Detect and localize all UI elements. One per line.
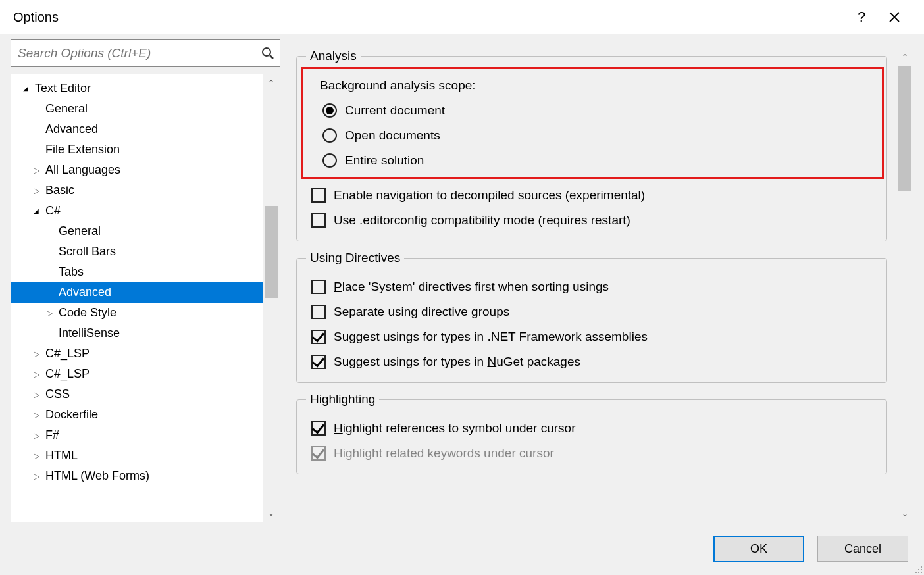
chevron-down-icon[interactable]: ⌄	[896, 505, 913, 522]
tree-item[interactable]: General	[11, 99, 280, 119]
tree-item-label: HTML	[45, 449, 78, 463]
close-button[interactable]	[878, 11, 911, 23]
checkbox-label: Suggest usings for types in NuGet packag…	[334, 355, 580, 369]
using-directives-legend: Using Directives	[306, 251, 404, 265]
tree-item-label: CSS	[45, 388, 70, 401]
radio-current-document[interactable]: Current document	[303, 98, 882, 123]
scroll-thumb[interactable]	[898, 66, 911, 191]
radio-icon	[322, 153, 337, 168]
tree-item[interactable]: ◢C#	[11, 201, 280, 221]
checkbox-icon	[311, 213, 326, 228]
scroll-thumb[interactable]	[265, 206, 278, 298]
tree-item-label: General	[45, 102, 88, 116]
resize-grip-icon[interactable]	[912, 563, 923, 574]
radio-label: Current document	[345, 103, 445, 118]
tree-item[interactable]: Scroll Bars	[11, 241, 280, 262]
tree-item-label: Scroll Bars	[59, 245, 116, 259]
check-suggest-framework[interactable]: Suggest usings for types in .NET Framewo…	[306, 324, 877, 349]
checkbox-label: Highlight related keywords under cursor	[334, 446, 554, 461]
tree-item-label: IntelliSense	[59, 326, 120, 340]
tree-item[interactable]: Advanced	[11, 282, 280, 303]
options-tree: ◢Text EditorGeneralAdvancedFile Extensio…	[11, 74, 280, 522]
tree-item-label: C#_LSP	[45, 347, 90, 361]
chevron-up-icon[interactable]: ⌃	[263, 74, 280, 91]
chevron-down-icon[interactable]: ⌄	[263, 505, 280, 522]
chevron-up-icon[interactable]: ⌃	[896, 49, 913, 66]
checkbox-icon	[311, 330, 326, 344]
caret-right-icon: ▷	[31, 390, 41, 399]
tree-item-label: File Extension	[45, 143, 120, 157]
caret-right-icon: ▷	[31, 451, 41, 461]
tree-item[interactable]: IntelliSense	[11, 323, 280, 343]
svg-point-6	[921, 572, 922, 573]
tree-item-label: Basic	[45, 184, 74, 197]
checkbox-icon	[311, 421, 326, 436]
tree-item[interactable]: ▷C#_LSP	[11, 364, 280, 384]
checkbox-label: Separate using directive groups	[334, 305, 509, 319]
ok-button[interactable]: OK	[713, 536, 804, 562]
tree-item[interactable]: ▷Basic	[11, 180, 280, 201]
radio-label: Entire solution	[345, 153, 424, 168]
tree-item[interactable]: ▷F#	[11, 425, 280, 445]
highlighting-group: Highlighting Highlight references to sym…	[296, 392, 887, 474]
help-button[interactable]: ?	[845, 9, 878, 26]
search-icon	[256, 47, 280, 60]
tree-item[interactable]: Tabs	[11, 262, 280, 282]
tree-item-label: HTML (Web Forms)	[45, 469, 149, 483]
checkbox-label: Highlight references to symbol under cur…	[334, 421, 576, 436]
tree-item-label: Advanced	[59, 286, 111, 299]
tree-item[interactable]: ▷C#_LSP	[11, 343, 280, 364]
caret-right-icon: ▷	[31, 472, 41, 481]
caret-right-icon: ▷	[31, 370, 41, 379]
search-input[interactable]	[11, 46, 256, 61]
dialog-title: Options	[13, 10, 845, 25]
checkbox-label: Suggest usings for types in .NET Framewo…	[334, 330, 648, 344]
checkbox-label: Enable navigation to decompiled sources …	[334, 188, 645, 203]
tree-item-label: C#	[45, 204, 61, 218]
caret-right-icon: ▷	[31, 166, 41, 175]
checkbox-icon	[311, 188, 326, 203]
tree-scrollbar[interactable]: ⌃ ⌄	[263, 74, 280, 522]
tree-item[interactable]: ▷All Languages	[11, 160, 280, 180]
check-suggest-nuget[interactable]: Suggest usings for types in NuGet packag…	[306, 349, 877, 374]
tree-item[interactable]: Advanced	[11, 119, 280, 139]
cancel-button[interactable]: Cancel	[817, 536, 908, 562]
check-highlight-keywords[interactable]: Highlight related keywords under cursor	[306, 441, 877, 466]
analysis-group: Analysis Background analysis scope: Curr…	[296, 49, 887, 241]
content-scrollbar[interactable]: ⌃ ⌄	[896, 49, 913, 522]
search-input-container[interactable]	[11, 39, 280, 67]
caret-down-icon: ◢	[31, 207, 41, 214]
dialog-footer: OK Cancel	[0, 522, 924, 575]
close-icon	[888, 11, 900, 23]
tree-item[interactable]: ▷HTML (Web Forms)	[11, 466, 280, 486]
tree-item-label: Dockerfile	[45, 408, 98, 422]
check-editorconfig-compat[interactable]: Use .editorconfig compatibility mode (re…	[306, 208, 877, 233]
check-decompiled-sources[interactable]: Enable navigation to decompiled sources …	[306, 183, 877, 208]
tree-item[interactable]: ▷CSS	[11, 384, 280, 405]
caret-right-icon: ▷	[31, 431, 41, 440]
tree-item[interactable]: ▷HTML	[11, 445, 280, 466]
svg-point-2	[918, 569, 919, 570]
radio-label: Open documents	[345, 128, 440, 143]
check-place-system-first[interactable]: Place 'System' directives first when sor…	[306, 274, 877, 299]
tree-item[interactable]: ▷Code Style	[11, 303, 280, 323]
svg-point-5	[918, 572, 919, 573]
caret-right-icon: ▷	[31, 186, 41, 195]
tree-item[interactable]: General	[11, 221, 280, 241]
tree-item[interactable]: ▷Dockerfile	[11, 405, 280, 425]
caret-down-icon: ◢	[20, 85, 31, 92]
checkbox-icon	[311, 355, 326, 369]
radio-entire-solution[interactable]: Entire solution	[303, 148, 882, 173]
caret-right-icon: ▷	[31, 349, 41, 359]
svg-point-4	[915, 572, 917, 573]
tree-item-label: Text Editor	[35, 82, 91, 95]
tree-item[interactable]: File Extension	[11, 139, 280, 160]
checkbox-label: Place 'System' directives first when sor…	[334, 280, 609, 294]
radio-open-documents[interactable]: Open documents	[303, 123, 882, 148]
radio-icon	[322, 128, 337, 143]
check-highlight-references[interactable]: Highlight references to symbol under cur…	[306, 416, 877, 441]
tree-item[interactable]: ◢Text Editor	[11, 78, 280, 99]
highlighting-legend: Highlighting	[306, 392, 379, 407]
check-separate-groups[interactable]: Separate using directive groups	[306, 299, 877, 324]
using-directives-group: Using Directives Place 'System' directiv…	[296, 251, 887, 383]
